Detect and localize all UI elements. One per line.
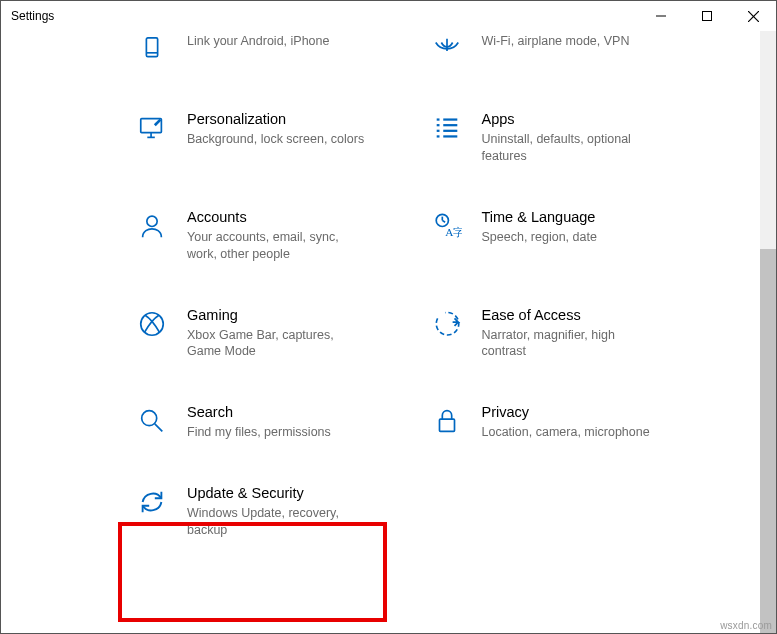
personalization-icon	[135, 111, 169, 145]
svg-text:A字: A字	[445, 226, 462, 238]
scrollbar[interactable]	[760, 31, 776, 633]
scrollbar-thumb[interactable]	[760, 249, 776, 633]
svg-rect-26	[439, 419, 454, 431]
svg-line-21	[442, 220, 445, 222]
tile-phone[interactable]: Link your Android, iPhone	[131, 31, 426, 75]
tile-subtitle: Speech, region, date	[482, 229, 662, 246]
tile-subtitle: Find my files, permissions	[187, 424, 367, 441]
phone-icon	[135, 33, 169, 67]
ease-of-access-icon	[430, 307, 464, 341]
watermark: wsxdn.com	[720, 620, 772, 631]
person-icon	[135, 209, 169, 243]
globe-icon	[430, 33, 464, 67]
lock-icon	[430, 404, 464, 438]
settings-content: Link your Android, iPhone Wi-Fi, airplan…	[1, 31, 760, 633]
tile-subtitle: Uninstall, defaults, optional features	[482, 131, 662, 165]
search-icon	[135, 404, 169, 438]
tile-title: Accounts	[187, 209, 422, 225]
tile-title: Apps	[482, 111, 717, 127]
tile-subtitle: Link your Android, iPhone	[187, 33, 367, 50]
tile-accounts[interactable]: Accounts Your accounts, email, sync, wor…	[131, 201, 426, 271]
svg-point-24	[142, 411, 157, 426]
tile-subtitle: Location, camera, microphone	[482, 424, 662, 441]
tile-title: Personalization	[187, 111, 422, 127]
update-icon	[135, 485, 169, 519]
tile-title: Search	[187, 404, 422, 420]
tile-personalization[interactable]: Personalization Background, lock screen,…	[131, 103, 426, 173]
tile-title: Time & Language	[482, 209, 717, 225]
tile-update-security[interactable]: Update & Security Windows Update, recove…	[131, 477, 426, 547]
close-button[interactable]	[730, 1, 776, 31]
tile-subtitle: Windows Update, recovery, backup	[187, 505, 367, 539]
tile-subtitle: Wi-Fi, airplane mode, VPN	[482, 33, 662, 50]
tile-title: Gaming	[187, 307, 422, 323]
apps-icon	[430, 111, 464, 145]
tile-subtitle: Xbox Game Bar, captures, Game Mode	[187, 327, 367, 361]
tile-privacy[interactable]: Privacy Location, camera, microphone	[426, 396, 721, 449]
tile-network[interactable]: Wi-Fi, airplane mode, VPN	[426, 31, 721, 75]
tile-subtitle: Narrator, magnifier, high contrast	[482, 327, 662, 361]
minimize-button[interactable]	[638, 1, 684, 31]
tile-ease-of-access[interactable]: Ease of Access Narrator, magnifier, high…	[426, 299, 721, 369]
tile-apps[interactable]: Apps Uninstall, defaults, optional featu…	[426, 103, 721, 173]
tile-subtitle: Background, lock screen, colors	[187, 131, 367, 148]
titlebar: Settings	[1, 1, 776, 31]
tile-title: Ease of Access	[482, 307, 717, 323]
tile-title: Update & Security	[187, 485, 422, 501]
svg-rect-4	[146, 38, 157, 57]
tile-title: Privacy	[482, 404, 717, 420]
tile-gaming[interactable]: Gaming Xbox Game Bar, captures, Game Mod…	[131, 299, 426, 369]
tile-time-language[interactable]: A字 Time & Language Speech, region, date	[426, 201, 721, 271]
time-language-icon: A字	[430, 209, 464, 243]
window-title: Settings	[11, 9, 54, 23]
maximize-button[interactable]	[684, 1, 730, 31]
tile-search[interactable]: Search Find my files, permissions	[131, 396, 426, 449]
svg-line-25	[155, 424, 163, 432]
svg-rect-1	[703, 12, 712, 21]
tile-subtitle: Your accounts, email, sync, work, other …	[187, 229, 367, 263]
svg-point-18	[147, 216, 157, 226]
xbox-icon	[135, 307, 169, 341]
